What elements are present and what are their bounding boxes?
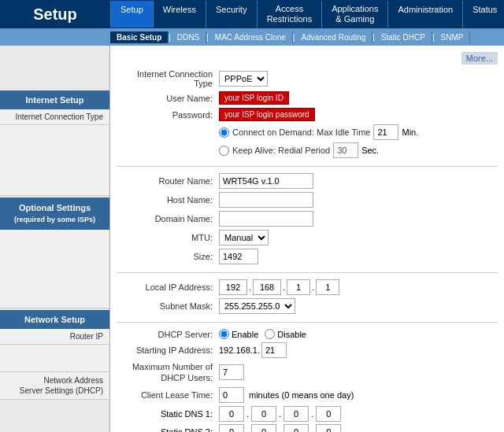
dhcp-disable-radio[interactable] [265,329,275,339]
dhcp-enable-radio[interactable] [219,329,229,339]
domain-name-label: Domain Name: [117,214,219,223]
dns1-octet4[interactable] [316,406,341,422]
starting-ip-label: Starting IP Address: [117,345,219,355]
ip-octet-1[interactable] [219,279,247,295]
mtu-select[interactable]: Manual Auto [219,230,269,246]
nav-setup[interactable]: Setup [110,1,153,28]
connection-type-section: Internet Connection Type PPPoE User Name… [117,69,498,158]
sidebar-section-optional: Optional Settings(required by some ISPs) [0,198,109,230]
dns2-octet2[interactable] [251,424,276,432]
router-name-label: Router Name: [117,176,219,186]
dhcp-server-label: DHCP Server: [117,330,219,339]
keep-alive-label: Keep Alive: Redial Period [232,146,330,155]
host-name-input[interactable] [219,192,313,208]
password-label: Password: [117,110,219,120]
connect-demand-radio[interactable] [219,127,229,138]
dns2-octet3[interactable] [284,424,309,432]
dns1-fields: . . . [219,406,341,422]
subnav-advanced-routing[interactable]: Advanced Routing [295,31,372,43]
nav-applications[interactable]: Applications& Gaming [321,1,387,28]
max-dhcp-users-input[interactable]: 7 [219,364,244,380]
sidebar-section-internet: Internet Setup [0,90,109,109]
username-placeholder: your ISP login ID [219,91,289,105]
header: Setup Setup Wireless Security AccessRest… [0,0,504,46]
connect-demand-label: Connect on Demand: Max Idle Time [232,127,370,137]
dns2-fields: . . . [219,424,341,432]
host-name-label: Host Name: [117,195,219,205]
max-idle-time-input[interactable] [373,124,398,140]
more-link[interactable]: More... [461,52,498,65]
ip-octet-3[interactable] [287,279,310,295]
connection-type-select[interactable]: PPPoE [219,71,268,87]
sec-label: Sec. [361,146,379,155]
size-label: Size: [117,252,219,261]
mtu-label: MTU: [117,233,219,242]
static-dns-1-label: Static DNS 1: [117,409,219,419]
starting-ip-last-input[interactable]: 21 [261,342,287,358]
nav-security[interactable]: Security [206,1,257,28]
lease-time-label: Client Lease Time: [117,390,219,400]
local-ip-group: . . . [219,279,339,295]
optional-settings-section: Router Name: WRT54G v.1.0 Host Name: Dom… [117,173,498,264]
dns1-octet1[interactable] [219,406,244,422]
router-ip-section: Local IP Address: . . . Subnet Mask: 255… [117,279,498,314]
nav-status[interactable]: Status [462,1,504,28]
ip-octet-4[interactable] [316,279,339,295]
subnav-static-dhcp[interactable]: Static DHCP [375,31,432,43]
username-label: User Name: [117,94,219,103]
nav-access[interactable]: AccessRestrictions [257,1,321,28]
nav-administration[interactable]: Administration [387,1,462,28]
dhcp-disable-label[interactable]: Disable [265,329,306,339]
sidebar-item-dhcp[interactable]: Network AddressServer Settings (DHCP) [0,372,109,400]
dhcp-section: DHCP Server: Enable Disable Starting IP … [117,329,498,432]
dns2-octet1[interactable] [219,424,244,432]
max-users-label: Maximum Number ofDHCP Users: [117,361,219,384]
router-name-input[interactable]: WRT54G v.1.0 [219,173,313,189]
subnav-ddns[interactable]: DDNS [171,31,206,43]
local-ip-label: Local IP Address: [117,282,219,292]
nav-wireless[interactable]: Wireless [153,1,206,28]
subnet-label: Subnet Mask: [117,301,219,311]
keep-alive-radio[interactable] [219,146,229,156]
subnav-basic-setup[interactable]: Basic Setup [110,31,169,43]
ip-octet-2[interactable] [253,279,281,295]
static-dns-2-row: Static DNS 2: . . . [117,424,498,432]
redial-period-input[interactable] [333,142,358,158]
dns1-octet3[interactable] [284,406,309,422]
sidebar-section-network: Network Setup [0,310,109,329]
password-placeholder: your ISP login password [219,108,315,121]
static-dns-1-row: Static DNS 1: . . . [117,406,498,422]
main-content: More... Internet Connection Type PPPoE U… [110,46,504,432]
sidebar-item-router-ip[interactable]: Router IP [0,329,109,345]
content-area: Internet Setup Internet Connection Type … [0,46,504,432]
lease-time-input[interactable]: 0 [219,387,244,403]
domain-name-input[interactable] [219,211,313,227]
dns1-octet2[interactable] [251,406,276,422]
dhcp-enable-disable: Enable Disable [219,329,306,339]
lease-time-note: minutes (0 means one day) [249,390,354,400]
connection-type-label: Internet Connection Type [117,69,219,88]
min-label: Min. [402,127,418,137]
size-input[interactable]: 1492 [219,249,258,264]
subnav-mac-clone[interactable]: MAC Address Clone [209,31,293,43]
main-nav: Setup Wireless Security AccessRestrictio… [110,1,504,28]
sidebar: Internet Setup Internet Connection Type … [0,46,110,432]
starting-ip-group: 192.168.1. 21 [219,342,287,358]
sidebar-item-connection-type[interactable]: Internet Connection Type [0,109,109,125]
subnav-snmp[interactable]: SNMP [435,31,471,43]
sub-nav: Basic Setup | DDNS | MAC Address Clone |… [0,28,504,46]
dhcp-enable-label[interactable]: Enable [219,329,258,339]
subnet-select[interactable]: 255.255.255.0 255.255.0.0 255.0.0.0 [219,298,295,314]
app-title: Setup [0,6,110,24]
starting-ip-base: 192.168.1. [219,345,260,355]
dns2-octet4[interactable] [316,424,341,432]
static-dns-2-label: Static DNS 2: [117,427,219,432]
